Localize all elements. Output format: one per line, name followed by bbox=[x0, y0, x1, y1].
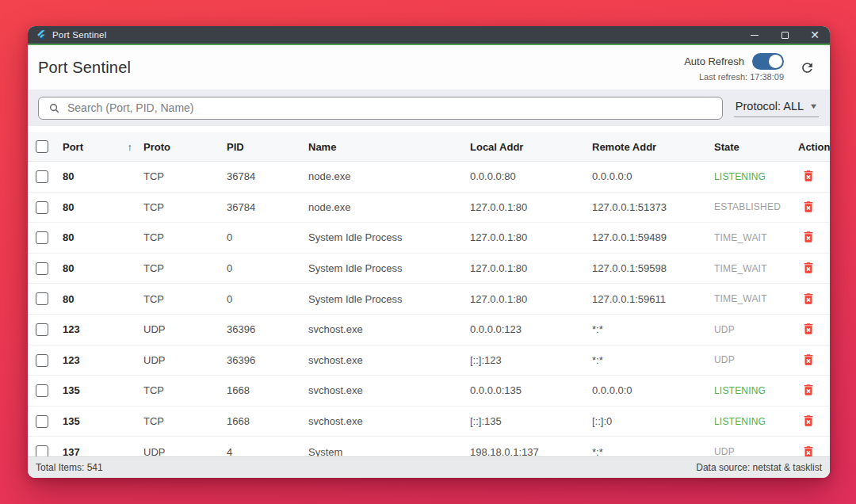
search-input[interactable] bbox=[67, 101, 714, 114]
refresh-button[interactable] bbox=[798, 59, 816, 76]
auto-refresh-toggle[interactable] bbox=[752, 53, 784, 70]
cell-port: 123 bbox=[63, 323, 143, 335]
cell-state: LISTENING bbox=[714, 171, 798, 182]
cell-remote-addr: 127.0.0.1:59489 bbox=[592, 231, 714, 243]
cell-pid: 36396 bbox=[227, 354, 308, 366]
column-header-state[interactable]: State bbox=[714, 141, 798, 153]
cell-name: svchost.exe bbox=[308, 384, 470, 396]
window-controls: ✕ bbox=[739, 26, 830, 44]
delete-row-button[interactable] bbox=[800, 167, 817, 185]
cell-name: System Idle Process bbox=[308, 231, 470, 243]
cell-name: System Idle Process bbox=[308, 293, 470, 305]
app-header: Port Sentinel Auto Refresh Last refresh:… bbox=[28, 45, 830, 90]
delete-row-button[interactable] bbox=[800, 412, 817, 430]
cell-local-addr: 0.0.0.0:135 bbox=[470, 384, 592, 396]
close-icon: ✕ bbox=[810, 29, 820, 40]
column-header-port[interactable]: Port ↑ bbox=[63, 141, 143, 153]
table-row: 80 TCP 36784 node.exe 127.0.0.1:80 127.0… bbox=[28, 193, 830, 223]
cell-action bbox=[798, 443, 819, 456]
column-header-pid[interactable]: PID bbox=[227, 141, 308, 153]
cell-state: TIME_WAIT bbox=[714, 263, 798, 274]
toggle-thumb bbox=[769, 55, 782, 68]
row-checkbox[interactable] bbox=[36, 170, 48, 183]
cell-port: 135 bbox=[63, 384, 143, 396]
row-checkbox-cell bbox=[36, 200, 63, 214]
close-button[interactable]: ✕ bbox=[800, 26, 830, 44]
last-refresh-timestamp: Last refresh: 17:38:09 bbox=[699, 72, 784, 82]
delete-row-button[interactable] bbox=[800, 290, 817, 307]
column-header-action: Action bbox=[798, 141, 830, 153]
cell-proto: TCP bbox=[143, 170, 227, 182]
cell-pid: 4 bbox=[227, 446, 308, 456]
row-checkbox[interactable] bbox=[36, 262, 48, 275]
select-all-checkbox[interactable] bbox=[36, 140, 48, 153]
cell-action bbox=[798, 381, 819, 399]
cell-port: 80 bbox=[63, 201, 143, 213]
cell-remote-addr: 0.0.0.0:0 bbox=[592, 170, 714, 182]
cell-name: svchost.exe bbox=[308, 354, 470, 366]
delete-row-button[interactable] bbox=[800, 443, 817, 456]
window-titlebar[interactable]: Port Sentinel ✕ bbox=[28, 26, 830, 45]
delete-row-button[interactable] bbox=[800, 228, 817, 246]
protocol-filter-dropdown[interactable]: Protocol: ALL ▼ bbox=[734, 98, 819, 117]
trash-icon bbox=[801, 322, 816, 336]
cell-local-addr: 0.0.0.0:80 bbox=[470, 170, 592, 182]
cell-port: 80 bbox=[63, 262, 143, 274]
row-checkbox[interactable] bbox=[36, 292, 48, 305]
table-row: 135 TCP 1668 svchost.exe 0.0.0.0:135 0.0… bbox=[28, 376, 830, 407]
cell-action bbox=[798, 167, 819, 185]
delete-row-button[interactable] bbox=[800, 259, 817, 277]
row-checkbox-cell bbox=[36, 384, 63, 398]
row-checkbox[interactable] bbox=[36, 384, 48, 397]
column-header-local-addr[interactable]: Local Addr bbox=[470, 141, 592, 153]
column-header-remote-addr[interactable]: Remote Addr bbox=[592, 141, 714, 153]
minimize-button[interactable] bbox=[739, 26, 770, 44]
row-checkbox[interactable] bbox=[36, 415, 48, 428]
cell-state: TIME_WAIT bbox=[714, 293, 798, 304]
maximize-button[interactable] bbox=[770, 26, 800, 44]
cell-remote-addr: 127.0.0.1:51373 bbox=[592, 201, 714, 213]
cell-pid: 1668 bbox=[227, 415, 308, 427]
cell-pid: 36784 bbox=[227, 170, 308, 182]
cell-name: node.exe bbox=[308, 201, 470, 213]
cell-remote-addr: 0.0.0.0:0 bbox=[592, 384, 714, 396]
delete-row-button[interactable] bbox=[800, 198, 817, 216]
row-checkbox[interactable] bbox=[36, 231, 48, 244]
row-checkbox[interactable] bbox=[36, 354, 48, 367]
cell-action bbox=[798, 351, 819, 369]
chevron-down-icon: ▼ bbox=[809, 102, 819, 110]
cell-local-addr: 127.0.0.1:80 bbox=[470, 201, 592, 213]
cell-name: System Idle Process bbox=[308, 262, 470, 274]
delete-row-button[interactable] bbox=[800, 351, 817, 368]
cell-pid: 1668 bbox=[227, 384, 308, 396]
auto-refresh-label: Auto Refresh bbox=[684, 55, 744, 67]
table-header: Port ↑ Proto PID Name Local Addr Remote … bbox=[28, 132, 830, 162]
cell-proto: UDP bbox=[143, 446, 227, 456]
row-checkbox-cell bbox=[36, 262, 63, 275]
row-checkbox-cell bbox=[36, 323, 63, 336]
select-all-cell bbox=[36, 140, 63, 154]
delete-row-button[interactable] bbox=[800, 381, 817, 399]
trash-icon bbox=[801, 383, 816, 397]
row-checkbox[interactable] bbox=[36, 445, 48, 456]
column-header-proto[interactable]: Proto bbox=[143, 141, 227, 153]
cell-action bbox=[798, 228, 819, 246]
delete-row-button[interactable] bbox=[800, 320, 817, 338]
cell-local-addr: [::]:123 bbox=[470, 354, 592, 366]
cell-pid: 36784 bbox=[227, 201, 308, 213]
sort-ascending-icon[interactable]: ↑ bbox=[128, 141, 133, 153]
cell-state: UDP bbox=[714, 446, 798, 456]
trash-icon bbox=[801, 292, 816, 306]
refresh-icon bbox=[800, 60, 815, 75]
row-checkbox[interactable] bbox=[36, 201, 48, 214]
trash-icon bbox=[801, 353, 816, 367]
cell-pid: 0 bbox=[227, 293, 308, 305]
table-row: 80 TCP 0 System Idle Process 127.0.0.1:8… bbox=[28, 223, 830, 254]
table-row: 135 TCP 1668 svchost.exe [::]:135 [::]:0… bbox=[28, 407, 830, 437]
column-header-name[interactable]: Name bbox=[308, 141, 470, 153]
cell-remote-addr: 127.0.0.1:59598 bbox=[592, 262, 714, 274]
row-checkbox[interactable] bbox=[36, 323, 48, 336]
cell-action bbox=[798, 259, 819, 277]
cell-remote-addr: *:* bbox=[592, 323, 714, 335]
row-checkbox-cell bbox=[36, 231, 63, 245]
